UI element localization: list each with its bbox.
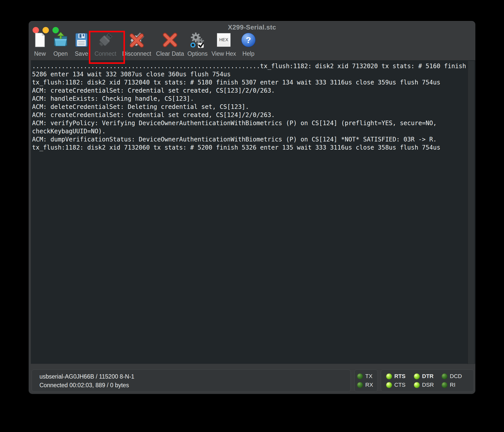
view-hex-icon: HEX (217, 30, 231, 50)
disconnect-usb-icon (128, 30, 146, 50)
connect-button-label: Connect (94, 50, 116, 57)
help-icon-glyph: ? (241, 33, 256, 47)
ri-led-icon (442, 382, 447, 388)
dtr-toggle[interactable]: DTR (414, 372, 442, 381)
hex-icon-text: HEX (217, 33, 231, 47)
tx-label: TX (365, 373, 372, 380)
dsr-indicator: DSR (414, 381, 442, 389)
save-floppy-icon (73, 30, 90, 50)
cts-label: CTS (394, 382, 405, 388)
help-button-label: Help (242, 50, 254, 57)
terminal-line: ........................................… (32, 62, 475, 70)
rts-label: RTS (394, 373, 405, 380)
desktop: X299-Serial.stc New Open (0, 0, 504, 432)
cts-indicator: CTS (386, 381, 414, 389)
tx-indicator: TX (357, 372, 377, 381)
modem-led-panel: RTS DTR DCD CTS DSR RI (381, 369, 474, 392)
terminal-line: tx_flush:1182: disk2 xid 7132060 tx stat… (32, 143, 475, 152)
connection-status-panel: usbserial-AG0JH66B / 115200 8-N-1 Connec… (32, 369, 351, 392)
dcd-label: DCD (450, 373, 462, 380)
options-button-label: Options (187, 50, 207, 57)
data-led-panel: TX RX (354, 369, 378, 392)
connection-info-text: Connected 00:02:03, 889 / 0 bytes (39, 381, 351, 390)
clear-data-x-icon (162, 30, 178, 50)
tx-led-icon (357, 373, 363, 379)
dtr-led-icon (414, 373, 420, 379)
rx-led-icon (357, 382, 363, 388)
rx-indicator: RX (357, 381, 377, 389)
cts-led-icon (386, 382, 392, 388)
terminal-line: ACM: handleExists: Checking handle, CS[1… (32, 95, 475, 103)
dcd-led-icon (442, 373, 447, 379)
terminal-line: ACM: createCredentialSet: Credential set… (32, 111, 475, 119)
terminal-line: ACM: createCredentialSet: Credential set… (32, 87, 475, 95)
connect-usb-icon (96, 30, 114, 50)
terminal-line: tx_flush:1182: disk2 xid 7132040 tx stat… (32, 78, 475, 87)
terminal-scrollbar[interactable] (468, 61, 474, 364)
terminal-line: ACM: deleteCredentialSet: Deleting crede… (32, 103, 475, 111)
dcd-indicator: DCD (442, 372, 469, 381)
disconnect-button-label: Disconnect (122, 50, 151, 57)
dsr-label: DSR (422, 382, 434, 388)
help-icon: ? (241, 30, 256, 50)
options-gear-icon (189, 30, 206, 50)
dtr-label: DTR (422, 373, 433, 380)
terminal-output[interactable]: ........................................… (31, 60, 475, 364)
help-button[interactable]: ? Help (232, 30, 265, 57)
save-button-label: Save (75, 50, 88, 57)
terminal-line: ACM: dumpVerificationStatus: DeviceOwner… (32, 135, 475, 143)
dsr-led-icon (414, 382, 420, 388)
terminal-line: ACM: verifyPolicy: Verifying DeviceOwner… (32, 119, 475, 127)
disconnect-button[interactable]: Disconnect (120, 30, 153, 57)
clear-data-button-label: Clear Data (156, 50, 184, 57)
port-settings-text: usbserial-AG0JH66B / 115200 8-N-1 (39, 372, 351, 381)
rts-toggle[interactable]: RTS (386, 372, 414, 381)
ri-indicator: RI (442, 381, 469, 389)
terminal-line: checkKeybagUUID=NO). (32, 127, 475, 135)
terminal-line: 5286 enter 134 wait 332 3087us close 360… (32, 70, 475, 78)
rts-led-icon (386, 373, 392, 379)
connect-button[interactable]: Connect (89, 30, 122, 57)
rx-label: RX (365, 382, 373, 388)
ri-label: RI (450, 382, 455, 388)
